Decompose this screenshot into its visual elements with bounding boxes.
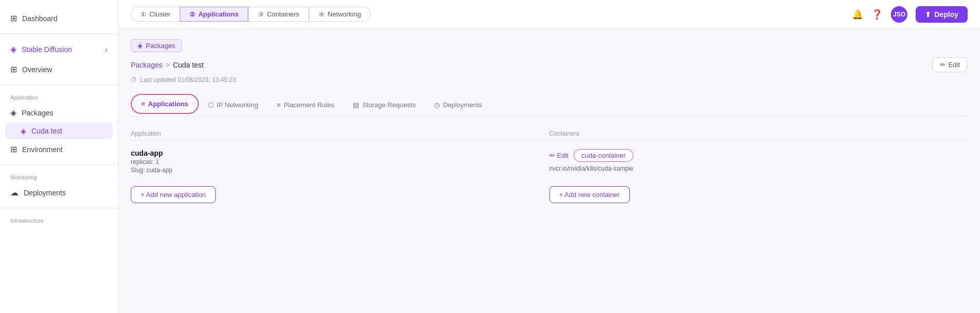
packages-icon: ◈ [10, 108, 16, 118]
step-networking[interactable]: ④ Networking [309, 7, 371, 22]
topbar-right: 🔔 ❓ JSO ⬆ Deploy [852, 6, 968, 23]
tab-storage-requests[interactable]: ▤ Storage Requests [343, 96, 425, 115]
tab-deployments-icon: ◷ [434, 101, 440, 109]
topbar: ① Cluster ② Applications ③ Containers ④ … [118, 0, 980, 29]
last-updated: ⏱ Last updated 01/08/2023, 13:45:23 [131, 76, 968, 84]
sidebar-item-label: Overview [22, 65, 52, 74]
step-num: ③ [258, 11, 264, 18]
tab-applications[interactable]: ≡ Applications [131, 94, 199, 114]
edit-pencil-icon: ✏ [549, 152, 555, 159]
page-header: Packages > Cuda test ✏ Edit [131, 57, 968, 72]
step-label: Networking [328, 10, 361, 18]
add-new-application-button[interactable]: + Add new application [131, 186, 216, 203]
divider [0, 164, 118, 165]
divider [0, 34, 118, 34]
tab-ip-networking-icon: ⬡ [208, 101, 214, 109]
breadcrumb-link-packages[interactable]: Packages [131, 61, 162, 69]
sidebar-item-environment[interactable]: ⊞ Environment [0, 139, 118, 159]
section-label-infrastructure: Infrastructure [0, 213, 118, 226]
section-label-application: Application [0, 90, 118, 103]
tab-ip-networking[interactable]: ⬡ IP Networking [199, 96, 268, 115]
edit-link-label: Edit [557, 152, 569, 159]
tab-applications-label: Applications [148, 100, 188, 108]
tab-storage-requests-label: Storage Requests [362, 101, 416, 109]
section-label-monitoring: Monitoring [0, 170, 118, 183]
notification-icon[interactable]: 🔔 [852, 9, 863, 20]
step-label: Applications [198, 10, 238, 18]
stable-diffusion-icon: ◈ [10, 44, 16, 54]
sidebar-sub-item-label: Cuda test [31, 127, 62, 135]
cuda-test-icon: ◈ [21, 127, 26, 135]
sidebar-item-label: Deployments [24, 189, 66, 197]
tab-placement-rules[interactable]: ≡ Placement Rules [267, 96, 343, 115]
sidebar-item-dashboard[interactable]: ⊞ Dashboard [0, 8, 118, 28]
tab-storage-requests-icon: ▤ [353, 101, 359, 109]
step-label: Containers [267, 10, 299, 18]
tab-placement-rules-icon: ≡ [277, 101, 281, 109]
edit-icon: ✏ [940, 61, 945, 69]
deploy-button[interactable]: ⬆ Deploy [916, 6, 968, 23]
sidebar-item-deployments[interactable]: ☁ Deployments [0, 183, 118, 203]
add-new-container-button[interactable]: + Add new container [549, 186, 630, 203]
step-cluster[interactable]: ① Cluster [131, 7, 180, 22]
deploy-icon: ⬆ [925, 10, 931, 19]
divider [0, 85, 118, 85]
tab-ip-networking-label: IP Networking [217, 101, 259, 109]
step-num: ④ [319, 11, 324, 18]
app-slug: Slug: cuda-app [131, 167, 549, 174]
sidebar-item-label: Dashboard [22, 14, 58, 23]
main-content: ① Cluster ② Applications ③ Containers ④ … [118, 0, 980, 313]
deploy-label: Deploy [934, 10, 958, 19]
tab-deployments[interactable]: ◷ Deployments [425, 96, 491, 115]
edit-label: Edit [949, 61, 960, 69]
deployments-icon: ☁ [10, 188, 19, 197]
container-badge[interactable]: cuda-container [574, 149, 633, 162]
sidebar-item-cuda-test[interactable]: ◈ Cuda test [5, 123, 113, 139]
step-num: ② [190, 11, 195, 18]
sidebar-item-overview[interactable]: ⊞ Overview [0, 59, 118, 79]
tab-applications-icon: ≡ [141, 100, 145, 108]
sidebar: ⊞ Dashboard ◈ Stable Diffusion › ⊞ Overv… [0, 0, 118, 313]
table-row: cuda-app replicas: 1 Slug: cuda-app ✏ Ed… [131, 144, 968, 179]
sidebar-item-stable-diffusion[interactable]: ◈ Stable Diffusion › [0, 39, 118, 59]
sidebar-item-packages[interactable]: ◈ Packages [0, 103, 118, 123]
dashboard-icon: ⊞ [10, 13, 17, 23]
last-updated-text: Last updated 01/08/2023, 13:45:23 [140, 76, 236, 84]
step-num: ① [141, 11, 146, 18]
add-application-cell: + Add new application [131, 186, 549, 203]
app-actions: ✏ Edit cuda-container [549, 149, 968, 162]
sidebar-item-label: Packages [22, 109, 53, 117]
edit-button[interactable]: ✏ Edit [932, 57, 968, 72]
chevron-right-icon: › [105, 45, 108, 54]
container-path: nvcr.io/nvidia/k8s/cuda-sample [549, 165, 968, 172]
wizard-steps: ① Cluster ② Applications ③ Containers ④ … [131, 7, 371, 22]
packages-badge-icon: ◈ [137, 42, 143, 50]
environment-icon: ⊞ [10, 144, 17, 154]
help-icon[interactable]: ❓ [871, 9, 883, 20]
step-containers[interactable]: ③ Containers [248, 7, 309, 22]
packages-badge-label: Packages [146, 42, 175, 50]
tab-placement-rules-label: Placement Rules [284, 101, 334, 109]
clock-icon: ⏱ [131, 76, 137, 84]
step-applications[interactable]: ② Applications [180, 7, 248, 22]
step-label: Cluster [149, 10, 170, 18]
table-header: Application Containers [131, 127, 968, 141]
page-content: ◈ Packages Packages > Cuda test ✏ Edit ⏱… [118, 29, 980, 313]
sidebar-item-label: Environment [22, 145, 63, 154]
divider [0, 208, 118, 208]
sidebar-item-label: Stable Diffusion [22, 45, 72, 54]
packages-badge[interactable]: ◈ Packages [131, 39, 182, 52]
app-edit-link[interactable]: ✏ Edit [549, 152, 569, 159]
breadcrumb-separator: > [165, 61, 169, 69]
col-containers: Containers [549, 130, 968, 137]
avatar[interactable]: JSO [891, 6, 907, 23]
col-application: Application [131, 130, 549, 137]
tab-deployments-label: Deployments [443, 101, 482, 109]
breadcrumb-current: Cuda test [173, 61, 204, 69]
add-container-cell: + Add new container [549, 186, 968, 203]
tabs: ≡ Applications ⬡ IP Networking ≡ Placeme… [131, 94, 968, 117]
app-info: cuda-app replicas: 1 Slug: cuda-app [131, 149, 549, 174]
container-cell: ✏ Edit cuda-container nvcr.io/nvidia/k8s… [549, 149, 968, 172]
action-row: + Add new application + Add new containe… [131, 186, 968, 203]
overview-icon: ⊞ [10, 64, 17, 74]
